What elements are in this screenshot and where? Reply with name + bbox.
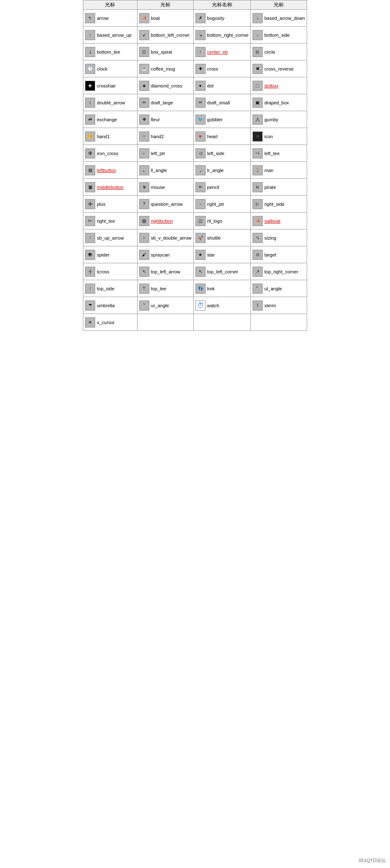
- cell-content: ●dot: [195, 81, 249, 91]
- cell-content: ⬚dotbox: [253, 81, 305, 91]
- cursor-cell: ↑sb_up_arrow: [83, 229, 137, 246]
- left_tee-icon: ⊣: [253, 148, 263, 158]
- cell-content: ⊢right_tee: [85, 216, 135, 226]
- cursor-cell: ⊙target: [250, 246, 307, 263]
- hand2-icon: ☞: [139, 131, 149, 142]
- header-col1: 光标: [83, 0, 137, 10]
- cell-content: ⌜ul_angle: [253, 284, 305, 294]
- cursor-table: 光标 光标 光标名称 光标 ↖arrow⛵boat✗bogosity↓based…: [83, 0, 307, 331]
- table-row: ⊥bottom_tee◫box_spiral↑center_ptr◎circle: [83, 44, 307, 60]
- table-row: ➕plus?question_arrow→right_ptr▷right_sid…: [83, 196, 307, 213]
- cell-content: 人gumby: [253, 115, 305, 125]
- cursor-label: double_arrow: [97, 100, 125, 105]
- table-row: ☂umbrella⌝ur_angle⏱watchIxterm: [83, 297, 307, 314]
- cursor-cell: ⬚dotbox: [250, 77, 307, 94]
- cell-content: 🕷spider: [85, 250, 135, 260]
- cursor-cell: ☂umbrella: [83, 297, 137, 314]
- cursor-label: hand1: [97, 134, 110, 139]
- table-row: +crosshair◈diamond_cross●dot⬚dotbox: [83, 77, 307, 94]
- cursor-label: cross: [207, 66, 218, 71]
- cursor-cell: ✚cross: [193, 60, 250, 77]
- cursor-label: right_side: [264, 202, 285, 207]
- cell-content: ⛵sailboat: [253, 216, 305, 226]
- cursor-cell: ✗bogosity: [193, 10, 250, 27]
- cursor-label: based_arrow_down: [264, 16, 305, 21]
- cursor-cell: ⌜ul_angle: [250, 280, 307, 297]
- cursor-cell: ↓bottom_side: [250, 27, 307, 44]
- cursor-cell: ↙bottom_left_corner: [137, 27, 193, 44]
- cursor-label: dotbox: [264, 83, 278, 88]
- clock-icon: 🕐: [85, 64, 95, 74]
- top_tee-icon: ⊤: [139, 284, 149, 294]
- gumby-icon: 人: [253, 115, 263, 125]
- cursor-cell: ⌝ur_angle: [137, 297, 193, 314]
- top_left_corner-icon: ↖: [195, 267, 206, 277]
- cell-content: 🐦gobbler: [195, 115, 249, 125]
- cursor-label: left_ptr: [151, 151, 165, 156]
- cell-content: ✕x_cursor: [85, 317, 135, 328]
- cursor-label: rightbutton: [151, 218, 173, 224]
- table-row: 🕐clock☕coffee_mug✚cross✖cross_reverse: [83, 60, 307, 77]
- cursor-cell: ✥fleur: [137, 111, 193, 128]
- cell-content: ⊣left_tee: [253, 148, 305, 158]
- cursor-cell: ✕x_cursor: [83, 314, 137, 331]
- cursor-label: clock: [97, 66, 107, 71]
- cursor-label: icon: [264, 134, 273, 139]
- cursor-label: watch: [207, 303, 220, 308]
- cursor-label: draft_small: [207, 100, 230, 105]
- cell-content: ⌞ll_angle: [139, 165, 192, 175]
- tcross-icon: ┼: [85, 267, 95, 277]
- watch-icon: ⏱: [195, 300, 206, 311]
- cursor-cell: ↕sb_v_double_arrow: [137, 229, 193, 246]
- cursor-label: coffee_mug: [151, 66, 175, 71]
- cursor-label: pirate: [264, 185, 276, 190]
- draped_box-icon: ▣: [253, 98, 263, 108]
- cell-content: ➕plus: [85, 199, 135, 209]
- cursor-label: dot: [207, 83, 214, 88]
- cell-content: ↑top_side: [85, 284, 135, 294]
- cursor-cell: ←left_ptr: [137, 145, 193, 162]
- cursor-label: boat: [151, 16, 160, 21]
- cell-content: ⇄exchange: [85, 115, 135, 125]
- spraycan-icon: 🖌: [139, 250, 149, 260]
- cell-content: ↖top_left_corner: [195, 267, 249, 277]
- table-row: ⊢right_tee▧rightbutton◫rtl_logo⛵sailboat: [83, 213, 307, 229]
- cursor-label: left_side: [207, 151, 225, 156]
- cursor-label: sb_up_arrow: [97, 235, 124, 240]
- sb_up_arrow-icon: ↑: [85, 233, 95, 243]
- bottom_tee-icon: ⊥: [85, 47, 95, 57]
- heart-icon: ♥: [195, 131, 206, 142]
- left_ptr-icon: ←: [139, 148, 149, 158]
- cursor-label: man: [264, 168, 273, 173]
- trek-icon: 👣: [195, 284, 206, 294]
- based_arrow_down-icon: ↓: [253, 13, 263, 23]
- cursor-label: bottom_side: [264, 33, 290, 38]
- cursor-label: right_tee: [97, 218, 115, 224]
- sizing-icon: ⤡: [253, 233, 263, 243]
- cursor-cell: ☠pirate: [250, 179, 307, 196]
- cursor-cell: [137, 314, 193, 331]
- cursor-cell: ◫box_spiral: [137, 44, 193, 60]
- cell-content: ▧rightbutton: [139, 216, 192, 226]
- cell-content: ↑based_arrow_up: [85, 30, 135, 40]
- crosshair-icon: +: [85, 81, 95, 91]
- cursor-label: spraycan: [151, 252, 170, 257]
- dot-icon: ●: [195, 81, 206, 91]
- cursor-cell: ➕plus: [83, 196, 137, 213]
- leftbutton-icon: ▤: [85, 165, 95, 175]
- cursor-cell: ↕double_arrow: [83, 94, 137, 111]
- cursor-cell: →right_ptr: [193, 196, 250, 213]
- page-container: 光标 光标 光标名称 光标 ↖arrow⛵boat✗bogosity↓based…: [0, 0, 390, 868]
- cursor-label: right_ptr: [207, 202, 224, 207]
- cross-icon: ✚: [195, 64, 206, 74]
- cursor-cell: ↖top_left_arrow: [137, 263, 193, 280]
- plus-icon: ➕: [85, 199, 95, 209]
- cell-content: ☞hand2: [139, 131, 192, 142]
- footer-text: 051QTO论坛: [359, 857, 386, 864]
- cursor-cell: 🖌spraycan: [137, 246, 193, 263]
- cursor-label: top_side: [97, 286, 115, 291]
- cursor-label: arrow: [97, 16, 109, 21]
- cursor-cell: Ixterm: [250, 297, 307, 314]
- cell-content: ✠iron_cross: [85, 148, 135, 158]
- cursor-cell: ✠iron_cross: [83, 145, 137, 162]
